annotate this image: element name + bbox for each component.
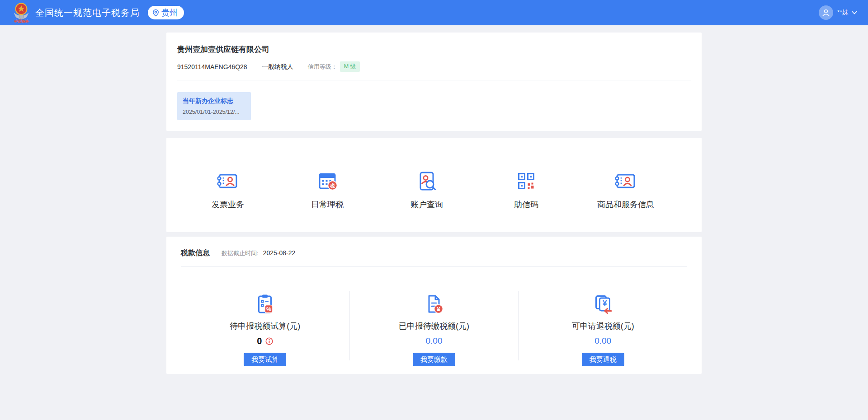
tax-trial-calc-icon: %: [254, 293, 276, 315]
new-enterprise-flag-card[interactable]: 当年新办企业标志 2025/01/01-2025/12/...: [177, 92, 251, 120]
tax-info-card: 税款信息 数据截止时间: 2025-08-22 % 待申报税额试算(元) 0: [166, 237, 702, 374]
service-assist-code[interactable]: 助信码: [476, 170, 576, 210]
stat-label: 可申请退税额(元): [572, 321, 634, 331]
page-title: 全国统一规范电子税务局: [35, 7, 140, 19]
location-switcher[interactable]: 贵州: [148, 6, 184, 19]
tax-info-title: 税款信息: [181, 248, 210, 258]
stat-declared-payable: ¥ 已申报待缴税额(元) 0.00 我要缴款: [350, 267, 519, 366]
service-account-search[interactable]: 账户查询: [377, 170, 476, 210]
stat-pending-declaration: % 待申报税额试算(元) 0 我要试算: [181, 267, 349, 366]
svg-text:税: 税: [330, 183, 335, 188]
stat-value: 0: [257, 336, 262, 346]
cutoff-date: 2025-08-22: [263, 249, 296, 257]
cutoff-label: 数据截止时间:: [222, 249, 259, 257]
taxpayer-type: 一般纳税人: [262, 63, 293, 71]
user-menu[interactable]: **妹: [819, 5, 857, 20]
company-info-card: 贵州壹加壹供应链有限公司 91520114MAENG46Q28 一般纳税人 信用…: [166, 33, 702, 131]
stat-label: 待申报税额试算(元): [230, 321, 300, 331]
location-label: 贵州: [161, 7, 178, 18]
svg-text:%: %: [266, 306, 271, 313]
svg-text:中国税务: 中国税务: [14, 19, 29, 23]
daily-tax-icon: 税: [316, 170, 338, 192]
service-label: 发票业务: [212, 199, 244, 210]
invoice-icon: [217, 170, 239, 192]
service-label: 账户查询: [410, 199, 443, 210]
stat-label: 已申报待缴税额(元): [399, 321, 469, 331]
qr-code-icon: [515, 170, 537, 192]
location-pin-icon: [152, 9, 159, 17]
taxpayer-id: 91520114MAENG46Q28: [177, 63, 247, 70]
stat-value: 0.00: [426, 336, 443, 346]
credit-rating-badge: M 级: [340, 61, 360, 72]
divider: [177, 80, 691, 80]
svg-text:¥: ¥: [437, 306, 440, 313]
service-label: 商品和服务信息: [597, 199, 654, 210]
stat-refundable: ¥ 可申请退税额(元) 0.00 我要退税: [519, 267, 687, 366]
service-invoice[interactable]: 发票业务: [178, 170, 278, 210]
info-icon[interactable]: [265, 337, 273, 345]
goods-services-icon: [615, 170, 637, 192]
stat-value: 0.00: [594, 336, 611, 346]
trial-calc-button[interactable]: 我要试算: [244, 353, 286, 366]
services-card: 发票业务 税 日常理税 账: [166, 138, 702, 232]
service-goods-services[interactable]: 商品和服务信息: [576, 170, 675, 210]
flag-period: 2025/01/01-2025/12/...: [183, 109, 245, 115]
service-label: 助信码: [514, 199, 538, 210]
username: **妹: [837, 9, 849, 17]
pay-tax-icon: ¥: [423, 293, 445, 315]
svg-text:¥: ¥: [603, 299, 607, 308]
app-header: 中国税务 全国统一规范电子税务局 贵州 **妹: [0, 0, 868, 25]
flag-title: 当年新办企业标志: [183, 97, 245, 105]
pay-tax-button[interactable]: 我要缴款: [413, 353, 455, 366]
credit-rating-label: 信用等级：: [308, 63, 337, 71]
user-icon: [821, 8, 830, 17]
tax-bureau-logo: 中国税务: [12, 2, 31, 23]
refund-button[interactable]: 我要退税: [582, 353, 624, 366]
service-daily-tax[interactable]: 税 日常理税: [278, 170, 377, 210]
avatar: [819, 5, 833, 20]
account-search-icon: [416, 170, 438, 192]
tax-refund-icon: ¥: [592, 293, 614, 315]
company-name: 贵州壹加壹供应链有限公司: [177, 44, 691, 55]
chevron-down-icon: [852, 11, 857, 14]
service-label: 日常理税: [311, 199, 344, 210]
